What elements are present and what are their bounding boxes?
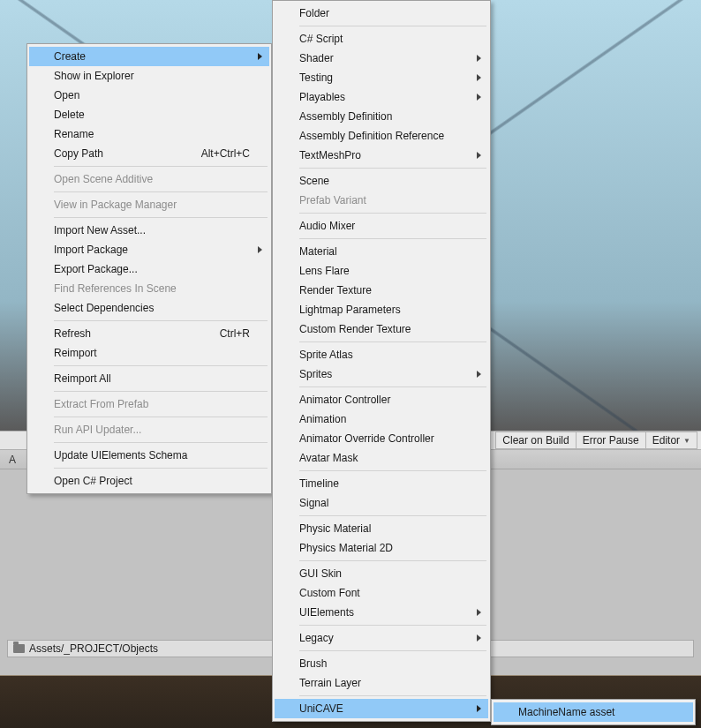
menu-item-material[interactable]: Material [275,242,488,261]
menu-separator [54,217,268,218]
menu-label: Find References In Scene [54,282,177,295]
menu-label: Create [54,50,86,63]
menu-item-animation[interactable]: Animation [275,409,488,429]
chevron-right-icon [477,634,481,642]
menu-separator [299,168,486,169]
menu-item-textmeshpro[interactable]: TextMeshPro [275,146,488,165]
menu-item-assembly-definition-reference[interactable]: Assembly Definition Reference [275,126,488,146]
menu-separator [54,320,268,321]
menu-item-timeline[interactable]: Timeline [275,474,488,493]
menu-item-import-package[interactable]: Import Package [29,240,269,259]
menu-item-create[interactable]: Create [29,47,269,66]
menu-item-custom-font[interactable]: Custom Font [275,583,488,603]
menu-label: Select Dependencies [54,302,154,314]
menu-item-scene[interactable]: Scene [275,171,488,191]
menu-item-sprites[interactable]: Sprites [275,364,488,384]
menu-label: Physics Material 2D [299,542,393,554]
menu-item-unicave[interactable]: UniCAVE [275,699,488,718]
menu-separator [54,365,268,366]
menu-item-animator-override-controller[interactable]: Animator Override Controller [275,429,488,448]
menu-item-assembly-definition[interactable]: Assembly Definition [275,107,488,126]
menu-item-physics-material-2d[interactable]: Physics Material 2D [275,538,488,558]
menu-separator [54,166,268,167]
menu-item-delete[interactable]: Delete [29,105,269,124]
menu-item-custom-render-texture[interactable]: Custom Render Texture [275,319,488,339]
menu-label: Delete [54,109,85,121]
menu-item-rename[interactable]: Rename [29,124,269,144]
menu-item-uielements[interactable]: UIElements [275,603,488,622]
menu-item-reimport[interactable]: Reimport [29,343,269,363]
menu-label: Rename [54,128,94,140]
menu-label: Material [299,245,337,258]
chevron-right-icon [477,705,481,712]
menu-label: Lens Flare [299,265,350,277]
menu-label: Lightmap Parameters [299,304,401,316]
menu-label: Legacy [299,632,334,644]
menu-item-lightmap-parameters[interactable]: Lightmap Parameters [275,300,488,319]
menu-label: Scene [299,175,329,187]
menu-label: Timeline [299,477,339,490]
menu-label: MachineName asset [518,706,614,718]
menu-item-open[interactable]: Open [29,86,269,105]
menu-separator [54,417,268,417]
menu-item-audio-mixer[interactable]: Audio Mixer [275,216,488,236]
menu-item-lens-flare[interactable]: Lens Flare [275,261,488,281]
menu-item-playables[interactable]: Playables [275,87,488,107]
menu-label: Assembly Definition Reference [299,130,444,142]
clear-on-build-label: Clear on Build [502,434,569,447]
menu-label: Playables [299,91,345,103]
menu-label: Sprites [299,368,332,380]
menu-item-open-csharp-project[interactable]: Open C# Project [29,471,269,491]
menu-label: Prefab Variant [299,194,366,206]
menu-item-open-scene-additive: Open Scene Additive [29,169,269,189]
menu-separator [299,515,486,516]
menu-item-render-texture[interactable]: Render Texture [275,281,488,300]
chevron-right-icon [477,94,481,101]
menu-item-show-in-explorer[interactable]: Show in Explorer [29,66,269,86]
menu-item-copy-path[interactable]: Copy PathAlt+Ctrl+C [29,144,269,163]
editor-dropdown[interactable]: Editor▼ [645,432,697,449]
context-menu-create: Folder C# Script Shader Testing Playable… [272,0,491,722]
menu-item-animator-controller[interactable]: Animator Controller [275,390,488,409]
context-menu-assets: Create Show in Explorer Open Delete Rena… [26,43,272,494]
menu-item-physic-material[interactable]: Physic Material [275,519,488,538]
menu-item-select-dependencies[interactable]: Select Dependencies [29,298,269,318]
menu-item-avatar-mask[interactable]: Avatar Mask [275,448,488,468]
menu-label: Open Scene Additive [54,173,153,185]
menu-item-reimport-all[interactable]: Reimport All [29,369,269,388]
clear-on-build-button[interactable]: Clear on Build [495,432,576,449]
menu-item-sprite-atlas[interactable]: Sprite Atlas [275,345,488,364]
menu-item-refresh[interactable]: RefreshCtrl+R [29,324,269,343]
menu-item-shader[interactable]: Shader [275,49,488,68]
menu-separator [299,695,486,696]
menu-item-view-in-package-manager: View in Package Manager [29,195,269,214]
menu-separator [299,213,486,214]
menu-label: Import Package [54,244,128,256]
menu-item-testing[interactable]: Testing [275,68,488,87]
menu-item-import-new-asset[interactable]: Import New Asset... [29,221,269,240]
menu-label: Avatar Mask [299,452,358,464]
menu-item-signal[interactable]: Signal [275,493,488,513]
menu-item-brush[interactable]: Brush [275,654,488,673]
menu-item-export-package[interactable]: Export Package... [29,259,269,279]
menu-separator [54,468,268,469]
context-menu-unicave: MachineName asset [491,699,696,725]
menu-separator [299,625,486,626]
menu-label: Shader [299,52,334,64]
menu-item-legacy[interactable]: Legacy [275,628,488,648]
menu-item-terrain-layer[interactable]: Terrain Layer [275,673,488,693]
menu-item-update-uielements-schema[interactable]: Update UIElements Schema [29,446,269,465]
menu-label: Render Texture [299,284,372,296]
menu-label: Run API Updater... [54,424,141,436]
error-pause-button[interactable]: Error Pause [576,432,646,449]
menu-separator [299,238,486,239]
menu-separator [299,26,486,26]
menu-label: Audio Mixer [299,220,355,232]
menu-item-folder[interactable]: Folder [275,4,488,23]
menu-label: Assembly Definition [299,110,392,123]
menu-separator [299,387,486,387]
menu-item-gui-skin[interactable]: GUI Skin [275,564,488,583]
menu-label: Brush [299,657,327,670]
menu-item-machinename-asset[interactable]: MachineName asset [494,702,693,722]
menu-item-csharp-script[interactable]: C# Script [275,29,488,49]
